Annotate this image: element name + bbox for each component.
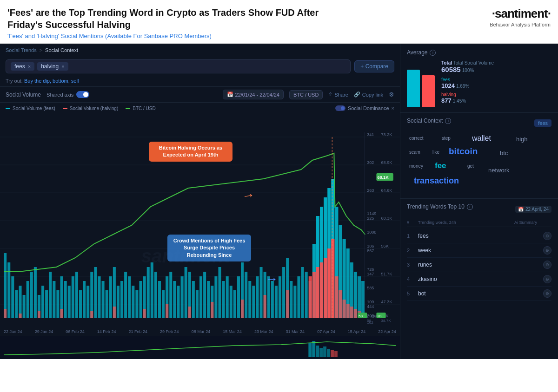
svg-rect-138 xyxy=(211,302,213,318)
search-bar: fees × halving × + Compare xyxy=(0,57,400,76)
social-dominance-toggle[interactable]: Social Dominance × xyxy=(335,105,394,111)
svg-text:68.9K: 68.9K xyxy=(381,160,392,165)
svg-rect-39 xyxy=(27,281,29,318)
share-button[interactable]: ⇧ Share xyxy=(328,91,348,98)
tag-fees[interactable]: fees × xyxy=(11,62,34,71)
close-icon[interactable]: × xyxy=(392,105,394,111)
social-dom-knob xyxy=(341,106,345,110)
trending-num-4: 4 xyxy=(407,276,416,282)
ai-icon-1[interactable]: ⊖ xyxy=(543,232,551,240)
copy-link-button[interactable]: 🔗 Copy link xyxy=(354,91,383,98)
breadcrumb-parent[interactable]: Social Trends xyxy=(6,47,37,53)
trending-row-5[interactable]: 5 bot ⊖ xyxy=(407,287,551,301)
trending-row-1[interactable]: 1 fees ⊖ xyxy=(407,229,551,243)
date-range-label: 22/01/24 - 22/04/24 xyxy=(235,92,279,98)
tag-halving-close[interactable]: × xyxy=(61,64,64,69)
svg-rect-36 xyxy=(15,290,18,318)
brand-name: ·santiment· xyxy=(490,7,551,21)
svg-rect-111 xyxy=(297,276,300,318)
cloud-word-scam[interactable]: scam xyxy=(409,150,420,155)
trending-ai-5: ⊖ xyxy=(514,289,551,298)
cloud-word-bitcoin[interactable]: bitcoin xyxy=(449,146,478,157)
x-label-7: 15 Mar 24 xyxy=(223,329,242,334)
tag-fees-close[interactable]: × xyxy=(28,64,31,69)
svg-rect-41 xyxy=(34,267,37,318)
svg-rect-142 xyxy=(309,276,312,318)
svg-rect-100 xyxy=(256,276,259,318)
x-label-4: 21 Feb 24 xyxy=(128,329,147,334)
svg-rect-57 xyxy=(94,267,97,318)
svg-rect-79 xyxy=(177,286,179,318)
x-label-6: 08 Mar 24 xyxy=(192,329,211,334)
svg-rect-137 xyxy=(188,307,191,318)
cloud-word-money[interactable]: money xyxy=(409,163,423,169)
page-subtitle: 'Fees' and 'Halving' Social Mentions (Av… xyxy=(7,33,324,39)
cloud-word-correct[interactable]: correct xyxy=(409,136,424,141)
cloud-word-network[interactable]: network xyxy=(488,167,510,174)
trending-row-4[interactable]: 4 zkasino ⊖ xyxy=(407,272,551,287)
cloud-word-high[interactable]: high xyxy=(516,136,528,143)
main-chart[interactable]: 341 302 263 225 186 147 109 70.625 73.2K… xyxy=(0,114,400,327)
ctx-tag[interactable]: fees xyxy=(534,119,551,127)
compare-button[interactable]: + Compare xyxy=(354,60,394,72)
cloud-word-like[interactable]: like xyxy=(432,150,439,155)
svg-rect-51 xyxy=(72,276,74,318)
avg-halving-item: halving 877 1.45% xyxy=(441,92,494,104)
average-info-icon[interactable]: i xyxy=(430,50,436,56)
trending-info-icon[interactable]: i xyxy=(467,204,473,210)
avg-halving-pct: 1.45% xyxy=(453,98,466,104)
svg-rect-68 xyxy=(135,290,138,318)
svg-rect-60 xyxy=(106,290,108,318)
try-link[interactable]: Buy the dip, bottom, sell xyxy=(24,78,79,84)
avg-total-text: Total Social Volume xyxy=(453,60,494,65)
cloud-word-get[interactable]: get xyxy=(467,163,474,169)
cloud-word-transaction[interactable]: transaction xyxy=(414,176,459,186)
ai-icon-2[interactable]: ⊖ xyxy=(543,246,551,255)
pair-button[interactable]: BTC / USD xyxy=(289,90,323,99)
svg-rect-169 xyxy=(316,346,319,357)
average-label: Average xyxy=(407,49,427,56)
trending-date-badge: 📅 22 April, 24 xyxy=(515,206,551,213)
svg-rect-131 xyxy=(38,311,40,318)
svg-rect-154 xyxy=(354,309,357,318)
svg-rect-136 xyxy=(166,304,168,318)
cloud-word-wallet[interactable]: wallet xyxy=(472,134,491,143)
svg-rect-46 xyxy=(53,281,55,318)
legend-halving: Social Volume (halving) xyxy=(63,106,119,111)
svg-rect-44 xyxy=(45,290,48,318)
x-label-12: 22 Apr 24 xyxy=(378,329,396,334)
x-label-2: 06 Feb 24 xyxy=(66,329,85,334)
svg-text:1008: 1008 xyxy=(367,230,376,235)
chart-legend: Social Volume (fees) Social Volume (halv… xyxy=(0,103,400,114)
svg-text:51.7K: 51.7K xyxy=(381,272,392,276)
date-range-picker[interactable]: 📅 22/01/24 - 22/04/24 xyxy=(223,90,284,99)
ctx-info-icon[interactable]: i xyxy=(445,118,451,124)
shared-axis-toggle[interactable]: Shared axis xyxy=(46,91,89,98)
svg-rect-74 xyxy=(158,281,161,318)
ai-icon-4[interactable]: ⊖ xyxy=(543,275,551,283)
svg-rect-53 xyxy=(79,290,82,318)
x-label-1: 29 Jan 24 xyxy=(35,329,53,334)
search-input-area[interactable]: fees × halving × xyxy=(6,59,351,73)
toggle-switch[interactable] xyxy=(76,91,89,98)
cloud-word-btc[interactable]: btc xyxy=(500,150,508,157)
trending-row-2[interactable]: 2 week ⊖ xyxy=(407,243,551,258)
trending-row-3[interactable]: 3 runes ⊖ xyxy=(407,258,551,272)
svg-rect-99 xyxy=(252,286,255,318)
svg-text:867: 867 xyxy=(367,248,374,253)
svg-rect-149 xyxy=(335,276,338,318)
cloud-word-fee[interactable]: fee xyxy=(435,161,446,170)
social-dom-switch[interactable] xyxy=(335,105,345,111)
tag-halving[interactable]: halving × xyxy=(37,62,68,71)
svg-rect-91 xyxy=(222,281,225,318)
svg-rect-152 xyxy=(346,304,350,318)
share-icon: ⇧ xyxy=(328,91,332,98)
ai-icon-3[interactable]: ⊖ xyxy=(543,261,551,269)
ai-icon-5[interactable]: ⊖ xyxy=(543,289,551,298)
settings-icon[interactable]: ⚙ xyxy=(389,91,394,98)
trending-word-3: runes xyxy=(418,261,512,268)
cloud-word-step[interactable]: step xyxy=(442,136,451,141)
trending-title: Trending Words Top 10 i xyxy=(407,203,473,210)
svg-rect-49 xyxy=(64,281,67,318)
svg-rect-140 xyxy=(264,295,266,318)
